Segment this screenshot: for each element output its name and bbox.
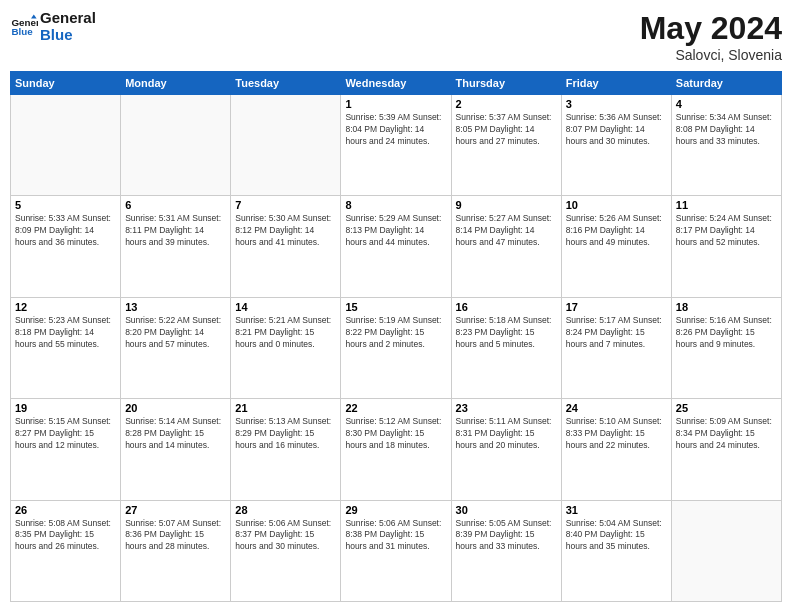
calendar-cell: 7Sunrise: 5:30 AM Sunset: 8:12 PM Daylig… — [231, 196, 341, 297]
calendar-cell — [121, 95, 231, 196]
calendar-cell: 17Sunrise: 5:17 AM Sunset: 8:24 PM Dayli… — [561, 297, 671, 398]
day-info: Sunrise: 5:09 AM Sunset: 8:34 PM Dayligh… — [676, 416, 777, 452]
title-block: May 2024 Salovci, Slovenia — [640, 10, 782, 63]
day-number: 21 — [235, 402, 336, 414]
calendar-week-row: 26Sunrise: 5:08 AM Sunset: 8:35 PM Dayli… — [11, 500, 782, 601]
calendar-cell: 28Sunrise: 5:06 AM Sunset: 8:37 PM Dayli… — [231, 500, 341, 601]
day-info: Sunrise: 5:27 AM Sunset: 8:14 PM Dayligh… — [456, 213, 557, 249]
day-number: 6 — [125, 199, 226, 211]
day-number: 9 — [456, 199, 557, 211]
day-number: 13 — [125, 301, 226, 313]
weekday-header-friday: Friday — [561, 72, 671, 95]
header: General Blue General Blue May 2024 Salov… — [10, 10, 782, 63]
weekday-header-saturday: Saturday — [671, 72, 781, 95]
day-number: 23 — [456, 402, 557, 414]
calendar-cell: 19Sunrise: 5:15 AM Sunset: 8:27 PM Dayli… — [11, 399, 121, 500]
day-info: Sunrise: 5:24 AM Sunset: 8:17 PM Dayligh… — [676, 213, 777, 249]
day-number: 1 — [345, 98, 446, 110]
day-info: Sunrise: 5:29 AM Sunset: 8:13 PM Dayligh… — [345, 213, 446, 249]
day-number: 8 — [345, 199, 446, 211]
weekday-header-wednesday: Wednesday — [341, 72, 451, 95]
weekday-header-row: SundayMondayTuesdayWednesdayThursdayFrid… — [11, 72, 782, 95]
day-number: 31 — [566, 504, 667, 516]
day-info: Sunrise: 5:08 AM Sunset: 8:35 PM Dayligh… — [15, 518, 116, 554]
day-info: Sunrise: 5:16 AM Sunset: 8:26 PM Dayligh… — [676, 315, 777, 351]
calendar-week-row: 1Sunrise: 5:39 AM Sunset: 8:04 PM Daylig… — [11, 95, 782, 196]
day-number: 26 — [15, 504, 116, 516]
calendar-cell: 5Sunrise: 5:33 AM Sunset: 8:09 PM Daylig… — [11, 196, 121, 297]
day-number: 25 — [676, 402, 777, 414]
day-number: 28 — [235, 504, 336, 516]
day-info: Sunrise: 5:33 AM Sunset: 8:09 PM Dayligh… — [15, 213, 116, 249]
calendar-week-row: 19Sunrise: 5:15 AM Sunset: 8:27 PM Dayli… — [11, 399, 782, 500]
month-title: May 2024 — [640, 10, 782, 47]
weekday-header-thursday: Thursday — [451, 72, 561, 95]
day-info: Sunrise: 5:13 AM Sunset: 8:29 PM Dayligh… — [235, 416, 336, 452]
logo-general: General — [40, 10, 96, 27]
calendar-cell: 14Sunrise: 5:21 AM Sunset: 8:21 PM Dayli… — [231, 297, 341, 398]
day-number: 30 — [456, 504, 557, 516]
calendar-cell: 22Sunrise: 5:12 AM Sunset: 8:30 PM Dayli… — [341, 399, 451, 500]
weekday-header-sunday: Sunday — [11, 72, 121, 95]
day-info: Sunrise: 5:37 AM Sunset: 8:05 PM Dayligh… — [456, 112, 557, 148]
day-info: Sunrise: 5:23 AM Sunset: 8:18 PM Dayligh… — [15, 315, 116, 351]
calendar-cell — [231, 95, 341, 196]
calendar-cell: 26Sunrise: 5:08 AM Sunset: 8:35 PM Dayli… — [11, 500, 121, 601]
day-info: Sunrise: 5:06 AM Sunset: 8:38 PM Dayligh… — [345, 518, 446, 554]
weekday-header-monday: Monday — [121, 72, 231, 95]
calendar-cell: 20Sunrise: 5:14 AM Sunset: 8:28 PM Dayli… — [121, 399, 231, 500]
day-number: 7 — [235, 199, 336, 211]
day-info: Sunrise: 5:26 AM Sunset: 8:16 PM Dayligh… — [566, 213, 667, 249]
day-info: Sunrise: 5:19 AM Sunset: 8:22 PM Dayligh… — [345, 315, 446, 351]
calendar-cell: 4Sunrise: 5:34 AM Sunset: 8:08 PM Daylig… — [671, 95, 781, 196]
day-info: Sunrise: 5:07 AM Sunset: 8:36 PM Dayligh… — [125, 518, 226, 554]
day-info: Sunrise: 5:22 AM Sunset: 8:20 PM Dayligh… — [125, 315, 226, 351]
day-info: Sunrise: 5:36 AM Sunset: 8:07 PM Dayligh… — [566, 112, 667, 148]
day-info: Sunrise: 5:10 AM Sunset: 8:33 PM Dayligh… — [566, 416, 667, 452]
day-info: Sunrise: 5:12 AM Sunset: 8:30 PM Dayligh… — [345, 416, 446, 452]
day-info: Sunrise: 5:34 AM Sunset: 8:08 PM Dayligh… — [676, 112, 777, 148]
day-number: 17 — [566, 301, 667, 313]
calendar-cell: 23Sunrise: 5:11 AM Sunset: 8:31 PM Dayli… — [451, 399, 561, 500]
calendar-cell: 31Sunrise: 5:04 AM Sunset: 8:40 PM Dayli… — [561, 500, 671, 601]
day-number: 15 — [345, 301, 446, 313]
day-number: 10 — [566, 199, 667, 211]
calendar-cell: 24Sunrise: 5:10 AM Sunset: 8:33 PM Dayli… — [561, 399, 671, 500]
logo-blue: Blue — [40, 27, 96, 44]
calendar-cell: 29Sunrise: 5:06 AM Sunset: 8:38 PM Dayli… — [341, 500, 451, 601]
day-info: Sunrise: 5:06 AM Sunset: 8:37 PM Dayligh… — [235, 518, 336, 554]
day-number: 24 — [566, 402, 667, 414]
day-number: 27 — [125, 504, 226, 516]
day-number: 5 — [15, 199, 116, 211]
day-info: Sunrise: 5:30 AM Sunset: 8:12 PM Dayligh… — [235, 213, 336, 249]
day-info: Sunrise: 5:31 AM Sunset: 8:11 PM Dayligh… — [125, 213, 226, 249]
day-number: 16 — [456, 301, 557, 313]
day-info: Sunrise: 5:17 AM Sunset: 8:24 PM Dayligh… — [566, 315, 667, 351]
calendar-cell: 30Sunrise: 5:05 AM Sunset: 8:39 PM Dayli… — [451, 500, 561, 601]
day-info: Sunrise: 5:11 AM Sunset: 8:31 PM Dayligh… — [456, 416, 557, 452]
calendar-cell: 9Sunrise: 5:27 AM Sunset: 8:14 PM Daylig… — [451, 196, 561, 297]
day-number: 14 — [235, 301, 336, 313]
day-number: 22 — [345, 402, 446, 414]
logo-icon: General Blue — [10, 13, 38, 41]
svg-text:Blue: Blue — [11, 26, 33, 37]
day-number: 2 — [456, 98, 557, 110]
day-number: 11 — [676, 199, 777, 211]
day-info: Sunrise: 5:14 AM Sunset: 8:28 PM Dayligh… — [125, 416, 226, 452]
calendar-cell: 16Sunrise: 5:18 AM Sunset: 8:23 PM Dayli… — [451, 297, 561, 398]
calendar-cell: 1Sunrise: 5:39 AM Sunset: 8:04 PM Daylig… — [341, 95, 451, 196]
day-info: Sunrise: 5:21 AM Sunset: 8:21 PM Dayligh… — [235, 315, 336, 351]
calendar-cell: 13Sunrise: 5:22 AM Sunset: 8:20 PM Dayli… — [121, 297, 231, 398]
calendar-cell — [671, 500, 781, 601]
calendar-cell — [11, 95, 121, 196]
calendar-cell: 25Sunrise: 5:09 AM Sunset: 8:34 PM Dayli… — [671, 399, 781, 500]
calendar-cell: 18Sunrise: 5:16 AM Sunset: 8:26 PM Dayli… — [671, 297, 781, 398]
calendar-cell: 8Sunrise: 5:29 AM Sunset: 8:13 PM Daylig… — [341, 196, 451, 297]
day-number: 18 — [676, 301, 777, 313]
calendar-table: SundayMondayTuesdayWednesdayThursdayFrid… — [10, 71, 782, 602]
calendar-cell: 27Sunrise: 5:07 AM Sunset: 8:36 PM Dayli… — [121, 500, 231, 601]
day-number: 20 — [125, 402, 226, 414]
day-number: 12 — [15, 301, 116, 313]
calendar-cell: 6Sunrise: 5:31 AM Sunset: 8:11 PM Daylig… — [121, 196, 231, 297]
weekday-header-tuesday: Tuesday — [231, 72, 341, 95]
